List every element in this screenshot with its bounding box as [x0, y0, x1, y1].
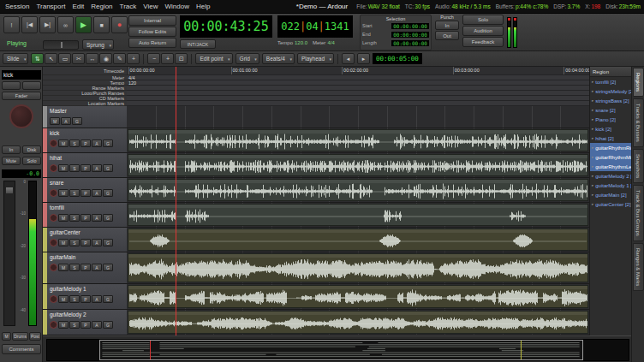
menu-window[interactable]: Window: [164, 3, 188, 10]
primary-clock[interactable]: 00:00:43:25: [180, 15, 272, 38]
edit-point-combo[interactable]: Edit point: [195, 53, 232, 64]
meter-point-button[interactable]: M: [2, 332, 11, 341]
output-button[interactable]: Post: [29, 332, 41, 341]
region-list-item[interactable]: ▸hihat [2]: [590, 134, 631, 143]
track-header-kick[interactable]: kickMSPAG: [43, 128, 127, 153]
region-list-item[interactable]: ▸tomfili [2]: [590, 77, 631, 86]
region-list-item[interactable]: ▸guitarRhythmLeft [2]: [590, 162, 631, 171]
loop-button[interactable]: ∞: [57, 16, 74, 33]
audition-tool-button[interactable]: ◉: [99, 53, 112, 64]
group-button[interactable]: G: [103, 214, 113, 222]
cut-tool-button[interactable]: ✂: [72, 53, 85, 64]
track-header-guitarmain[interactable]: guitarMainMSPAG: [43, 252, 127, 284]
internal-button[interactable]: Internal: [128, 15, 176, 26]
record-arm-button[interactable]: [50, 264, 57, 271]
gain-stage-button[interactable]: Fader: [2, 92, 41, 100]
solo-button[interactable]: S: [69, 164, 80, 172]
gain-fader[interactable]: [3, 181, 15, 326]
menu-transport[interactable]: Transport: [36, 3, 65, 10]
play-button[interactable]: ▶: [75, 16, 92, 33]
nudge-forward-button[interactable]: ▸: [357, 53, 370, 64]
range-tool-button[interactable]: ▭: [58, 53, 71, 64]
region-list-item[interactable]: ▸snare [2]: [590, 105, 631, 115]
phase-invert-button[interactable]: [22, 81, 41, 90]
group-button[interactable]: G: [72, 117, 82, 125]
tab-regions[interactable]: Regions: [633, 68, 644, 97]
group-button[interactable]: G: [103, 295, 113, 303]
mute-button[interactable]: M: [58, 164, 69, 172]
record-arm-button[interactable]: [50, 189, 57, 197]
snap-unit-combo[interactable]: Beats/4: [262, 53, 295, 64]
playlist-button[interactable]: P: [80, 139, 91, 147]
session-summary[interactable]: [43, 335, 631, 362]
follow-edits-button[interactable]: Follow Edits: [128, 27, 176, 37]
snap-mode-combo[interactable]: Grid: [236, 53, 259, 64]
playlist-button[interactable]: P: [80, 214, 91, 222]
tab-ranges-marks[interactable]: Ranges & Marks: [633, 243, 644, 291]
tab-snapshots[interactable]: Snapshots: [633, 149, 644, 183]
shuttle-speed-slider[interactable]: [43, 40, 79, 50]
solo-button[interactable]: S: [69, 295, 80, 303]
menu-track[interactable]: Track: [120, 3, 137, 10]
solo-button[interactable]: S: [69, 239, 80, 246]
solo-button[interactable]: S: [69, 214, 80, 222]
automation-button[interactable]: A: [92, 295, 102, 303]
menu-help[interactable]: Help: [196, 3, 210, 10]
group-button[interactable]: G: [103, 164, 113, 172]
region-list-item[interactable]: ▸guitarMelody 2 [2]: [590, 171, 631, 181]
mute-button[interactable]: M: [58, 264, 69, 271]
goto-start-button[interactable]: |◀: [21, 16, 38, 33]
tab-track-bus-groups[interactable]: Track & Bus Groups: [633, 185, 644, 241]
ruler-label-timecode[interactable]: Timecode: [43, 67, 127, 75]
monitor-disk-button[interactable]: Disk: [22, 145, 41, 154]
solo-button[interactable]: Solo: [462, 15, 504, 25]
strip-track-name[interactable]: kick: [2, 70, 41, 80]
record-arm-button[interactable]: [50, 214, 57, 222]
clip-indicator[interactable]: [514, 18, 516, 21]
automation-button[interactable]: A: [92, 164, 102, 172]
solo-button[interactable]: S: [69, 139, 80, 147]
mute-button[interactable]: M: [58, 295, 69, 303]
selection-start-clock[interactable]: 00:00:00:00: [391, 23, 429, 29]
track-canvas[interactable]: [127, 106, 589, 335]
menu-view[interactable]: View: [143, 3, 158, 10]
group-button[interactable]: G: [103, 239, 113, 246]
solo-button[interactable]: S: [69, 189, 80, 197]
track-header-guitarmelody-1[interactable]: guitarMelody 1MSPAG: [43, 284, 127, 310]
menu-edit[interactable]: Edit: [72, 3, 84, 10]
menu-region[interactable]: Region: [91, 3, 112, 10]
automation-button[interactable]: A: [92, 189, 102, 197]
group-button[interactable]: G: [103, 321, 113, 329]
sync-source-button[interactable]: INT/JACK: [180, 39, 216, 49]
playlist-button[interactable]: P: [80, 239, 91, 246]
tab-tracks-busses[interactable]: Tracks & Busses: [633, 98, 644, 147]
internal-edit-tool-button[interactable]: +: [127, 53, 140, 64]
feedback-button[interactable]: Feedback: [462, 37, 504, 47]
record-button[interactable]: ●: [111, 16, 128, 33]
region-list-item[interactable]: ▸guitarMain [2]: [590, 190, 631, 199]
monitor-input-button[interactable]: In: [2, 145, 21, 154]
edit-mode-combo[interactable]: Slide: [3, 53, 28, 64]
record-arm-button[interactable]: [50, 239, 57, 246]
clip-indicator[interactable]: [508, 18, 510, 21]
audition-button[interactable]: Audition: [462, 26, 504, 36]
selection-length-clock[interactable]: 00:00:00:00: [391, 40, 429, 46]
track-header-hihat[interactable]: hihatMSPAG: [43, 153, 127, 178]
automation-button[interactable]: A: [92, 239, 102, 246]
solo-button[interactable]: Solo: [22, 157, 41, 165]
solo-button[interactable]: S: [69, 264, 80, 271]
mute-button[interactable]: M: [50, 117, 60, 125]
secondary-clock[interactable]: 022|04|1341: [277, 15, 353, 38]
summary-canvas[interactable]: [46, 339, 629, 361]
region-list-item[interactable]: ▸guitarCenter [2]: [590, 199, 631, 209]
record-arm-button[interactable]: [50, 164, 57, 172]
record-arm-button[interactable]: [50, 139, 57, 147]
goto-end-button[interactable]: ▶|: [39, 16, 56, 33]
automation-button[interactable]: A: [92, 139, 102, 147]
automation-button[interactable]: A: [92, 214, 102, 222]
record-arm-button[interactable]: [50, 321, 57, 329]
mute-button[interactable]: M: [58, 321, 69, 329]
playlist-button[interactable]: P: [80, 164, 91, 172]
gain-display[interactable]: -0.0: [2, 169, 41, 178]
playlist-button[interactable]: P: [80, 295, 91, 303]
